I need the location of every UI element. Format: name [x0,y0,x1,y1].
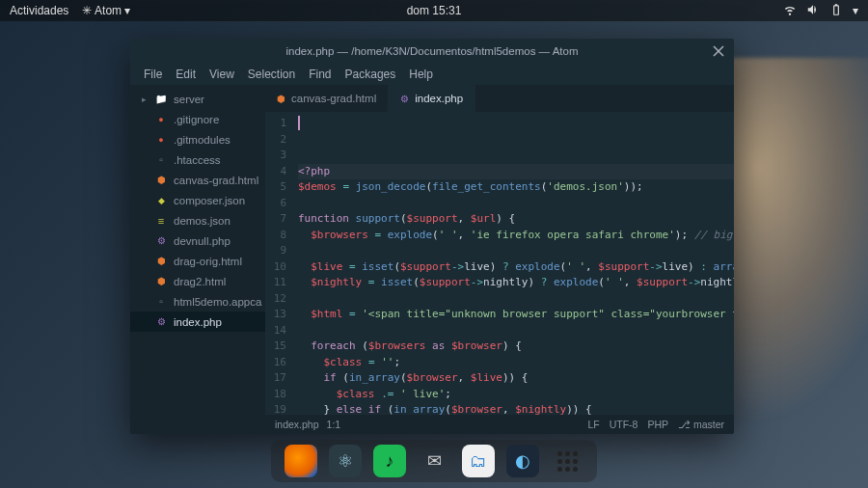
tree-file[interactable]: drag-orig.html [130,251,265,271]
git-icon [155,115,167,124]
menu-edit[interactable]: Edit [170,66,202,83]
line-number: 1 [265,116,286,132]
line-number: 8 [265,228,286,244]
dock: ⚛♪✉🗂◐ [271,440,597,482]
tree-file[interactable]: index.php [130,312,265,332]
line-number: 3 [265,148,286,164]
tree-file-label: .gitmodules [174,134,231,146]
atom-window: index.php — /home/K3N/Documentos/html5de… [130,39,734,434]
dock-thunderbird[interactable]: ✉ [418,445,450,477]
tree-file-label: canvas-grad.html [174,175,258,186]
tree-file[interactable]: .gitmodules [130,129,265,149]
text-cursor [298,116,300,130]
menu-help[interactable]: Help [403,66,439,83]
line-gutter: 12345678910111213141516171819202122 [265,112,292,415]
tree-file[interactable]: drag2.html [130,271,265,291]
dock-apps[interactable] [551,445,583,477]
tree-file-label: index.php [174,316,222,328]
window-titlebar[interactable]: index.php — /home/K3N/Documentos/html5de… [130,39,734,64]
code-line: } else if (in_array($browser, $nightly))… [298,402,734,415]
status-cursor-position[interactable]: 1:1 [327,419,341,430]
code-area[interactable]: <?php$demos = json_decode(file_get_conte… [292,112,734,415]
tree-file-label: .gitignore [174,114,219,125]
apps-grid-icon [557,451,578,472]
code-line: $class = ''; [298,355,734,371]
file-icon [155,296,167,307]
folder-icon [155,94,167,104]
line-number: 14 [265,323,286,339]
json-icon [155,215,167,227]
php-icon [155,316,167,327]
line-number: 11 [265,275,286,291]
menu-find[interactable]: Find [303,66,337,83]
php-icon [155,235,167,246]
status-language[interactable]: PHP [647,419,668,430]
html-icon [155,256,167,266]
tab-bar: canvas-grad.htmlindex.php [265,85,734,112]
tree-file-label: devnull.php [174,235,231,247]
tree-file-label: .htaccess [174,154,221,166]
code-line: if (in_array($browser, $live)) { [298,370,734,387]
line-number: 13 [265,307,286,323]
code-editor[interactable]: 12345678910111213141516171819202122 <?ph… [265,112,734,415]
status-bar: index.php 1:1 LF UTF-8 PHP ⎇ master [265,415,734,434]
status-git-branch[interactable]: ⎇ master [678,419,724,430]
tree-file[interactable]: composer.json [130,190,265,210]
status-eol[interactable]: LF [587,419,599,430]
menu-selection[interactable]: Selection [242,66,301,83]
tree-file-label: composer.json [174,195,245,206]
dock-spotify[interactable]: ♪ [373,445,406,477]
menu-packages[interactable]: Packages [339,66,402,83]
line-number: 19 [265,402,286,415]
tree-folder-label: server [174,94,204,105]
dock-steam[interactable]: ◐ [506,445,539,477]
code-line [298,243,734,259]
code-line: $live = isset($support->live) ? explode(… [298,259,734,276]
code-line: <?php [298,164,734,180]
status-encoding[interactable]: UTF-8 [610,419,638,430]
tree-file[interactable]: html5demo.appca [130,291,265,312]
dock-firefox[interactable] [285,445,317,477]
tree-file[interactable]: .htaccess [130,149,265,170]
tree-root-folder[interactable]: ▸ server [130,89,265,109]
chevron-right-icon: ▸ [142,95,147,104]
dock-atom[interactable]: ⚛ [329,445,362,477]
editor-pane: canvas-grad.htmlindex.php 12345678910111… [265,85,734,434]
file-icon [155,154,167,165]
code-line: function support($support, $url) { [298,211,734,228]
tree-file[interactable]: devnull.php [130,230,265,251]
code-line: $html = '<span title="unknown browser su… [298,307,734,323]
volume-icon[interactable] [806,3,820,19]
menu-view[interactable]: View [203,66,240,83]
line-number: 18 [265,387,286,403]
line-number: 2 [265,132,286,149]
app-indicator[interactable]: ✳ Atom ▾ [82,4,130,17]
html-icon [277,93,285,104]
system-menu-chevron-icon[interactable]: ▾ [853,4,858,17]
dock-files[interactable]: 🗂 [462,445,495,477]
window-close-button[interactable] [711,43,726,59]
tree-file[interactable]: demos.json [130,210,265,230]
code-line: $demos = json_decode(file_get_contents('… [298,179,734,196]
clock[interactable]: dom 15:31 [407,4,462,17]
git-icon [155,135,167,145]
line-number: 5 [265,179,286,196]
tree-file[interactable]: .gitignore [130,109,265,129]
tree-file[interactable]: canvas-grad.html [130,170,265,190]
wifi-icon[interactable] [783,3,797,19]
editor-tab[interactable]: index.php [389,85,475,112]
line-number: 4 [265,164,286,180]
editor-tab[interactable]: canvas-grad.html [265,85,389,112]
battery-icon[interactable] [829,3,843,19]
line-number: 9 [265,243,286,259]
window-title: index.php — /home/K3N/Documentos/html5de… [286,45,579,57]
code-line [298,323,734,339]
activities-button[interactable]: Actividades [10,4,68,17]
menu-file[interactable]: File [138,66,168,83]
status-file[interactable]: index.php [275,419,319,430]
code-line: $class .= ' live'; [298,387,734,403]
file-tree[interactable]: ▸ server .gitignore.gitmodules.htaccessc… [130,85,265,434]
line-number: 10 [265,259,286,276]
line-number: 7 [265,211,286,228]
code-line [298,291,734,308]
